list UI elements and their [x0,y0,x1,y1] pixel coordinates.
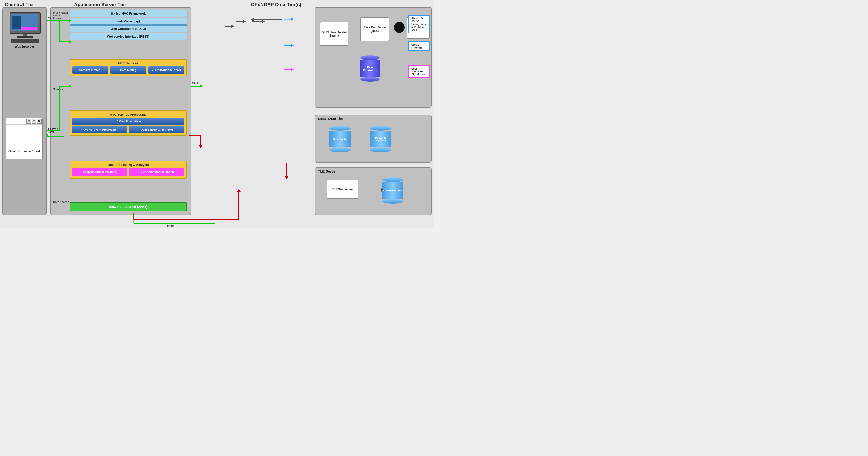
miic-science-title: MIIC Science Processing [72,113,184,116]
global-filtering-box: Global Filtering [408,41,430,51]
pg-body: Postgres Database [370,131,392,148]
spring-mvc-box: Spring MVC Framework [70,10,187,17]
tle-webserver-box: TLE Webserver [327,180,358,199]
tle-to-eph-arrow [381,188,384,192]
bes-box: Back End Server (BES) [361,17,389,41]
orbital-event-box: Orbital Event Prediction [72,126,127,133]
client-side-box: Client-side Data Mutation [129,168,184,176]
cyl-top [361,56,379,60]
other-client-label: Other Software Client [6,148,42,154]
miic-services-row: Satellite Intercal Data Mining Visualiza… [72,66,184,73]
pg-top [370,126,392,131]
svg-marker-13 [200,84,203,88]
pg-bottom [370,148,392,152]
miic-services-title: MIIC Services [72,61,184,65]
close-btn[interactable]: ✕ [37,119,41,124]
keyboard [11,39,39,43]
svg-marker-36 [291,68,294,71]
presentation-label: Presentation / Web Access [53,11,67,20]
client-tier: Web browser □ □ ✕ Other Software Client [2,7,46,215]
local-data-heading: Local Data Tier [315,115,431,122]
data-cache-label: Data Cache [333,138,347,141]
svg-marker-38 [251,18,254,21]
cyl-bottom [361,77,379,82]
svg-marker-28 [243,20,246,23]
analysis-plugin-box: Analysis Plugin Interface [72,168,127,176]
satellite-intercal-box: Satellite Intercal [72,66,108,73]
dc-body: Data Cache [330,131,351,148]
screen-accent [22,27,37,30]
app-server-tier: Presentation / Web Access Spring MVC Fra… [50,7,191,215]
miic-data-proc-container: Data Processing & Analysis Analysis Plug… [70,161,187,179]
data-repository: Data Repository [361,56,379,82]
cyl-body: Data Repository [361,60,379,77]
stats-box: Stats: 1D, 2D, 3D Histograms & Profiled … [408,15,430,33]
web-controllers-box: Web Controllers (POJO) [70,25,187,32]
svg-marker-34 [291,44,294,47]
svg-marker-30 [262,20,265,23]
eph-body: Ephemeris Data [382,182,403,199]
screen-panel-left [12,16,21,29]
svg-text:HTTP: HTTP [192,81,199,84]
computer-icon [6,12,43,43]
data-search-box: Data Search & Retrieval [129,126,184,133]
opendap-tier: OLFS Java Servlet Engine Back End Server… [315,7,432,108]
presentation-side-label: Presentation / Web Access [53,11,67,20]
science-label: Science [53,88,63,91]
data-cache-cylinder: Data Cache [330,126,351,152]
data-mining-box: Data Mining [110,66,146,73]
eph-top [382,177,403,182]
miic-persistence-box: MIIC Persistence (JPA2) [70,203,187,211]
minimize-btn[interactable]: □ [26,119,31,124]
tle-to-eph-line [359,190,382,190]
client-tier-heading: Client/UI Tier [5,2,34,7]
postgres-label: Postgres Database [370,136,392,142]
monitor-base [17,36,33,38]
svg-marker-17 [199,145,202,148]
postgres-cylinder: Postgres Database [370,126,392,152]
main-container: Client/UI Tier Application Server Tier O… [0,0,434,228]
data-access-label: Data Access [53,201,69,204]
data-proc-row: Analysis Plugin Interface Client-side Da… [72,168,184,176]
svg-marker-23 [285,176,288,179]
app-tier-heading: Application Server Tier [74,2,126,7]
svg-marker-21 [237,189,241,192]
web-views-box: Web Views (jsp) [70,18,187,25]
monitor-body [9,12,41,34]
eph-bottom [382,199,403,204]
local-data-tier: Local Data Tier Data Cache Postgres Data… [315,115,432,162]
svg-text:HTTP: HTTP [167,225,174,227]
tle-server: TLE Server TLE Webserver Ephemeris Data [315,167,432,215]
monitor-neck [23,34,27,36]
monitor-screen [11,14,38,31]
icplan-bar: ICPlan Execution [72,118,184,125]
miic-services-container: MIIC Services Satellite Intercal Data Mi… [70,59,187,76]
svg-marker-40 [231,25,234,28]
opendap-section-label [315,8,431,11]
maximize-btn[interactable]: □ [32,119,36,124]
svg-marker-32 [291,18,294,21]
presentation-section: Spring MVC Framework Web Views (jsp) Web… [70,10,187,41]
miic-science-container: MIIC Science Processing ICPlan Execution… [70,111,187,136]
opendap-tier-heading: OPeNDAP Data Tier(s) [251,2,302,7]
black-circle [394,22,405,33]
dc-bottom [330,148,351,152]
ephemeris-label: Ephemeris Data [383,189,402,192]
user-specified-box: User-specified Algorithms [408,65,430,78]
titlebar: □ □ ✕ [6,118,42,124]
web-browser-label: Web browser [3,45,46,48]
science-bottom-row: Orbital Event Prediction Data Search & R… [72,126,184,133]
data-repo-label: Data Repository [361,66,379,71]
tle-server-heading: TLE Server [315,168,431,175]
visualization-support-box: Visualization Support [148,66,184,73]
other-client-box: □ □ ✕ Other Software Client [6,118,43,159]
ephemeris-cylinder: Ephemeris Data [382,177,403,204]
webservice-box: Webservice Interface (REST) [70,33,187,40]
olfs-box: OLFS Java Servlet Engine [320,22,348,46]
dc-top [330,126,351,131]
data-proc-title: Data Processing & Analysis [72,163,184,166]
